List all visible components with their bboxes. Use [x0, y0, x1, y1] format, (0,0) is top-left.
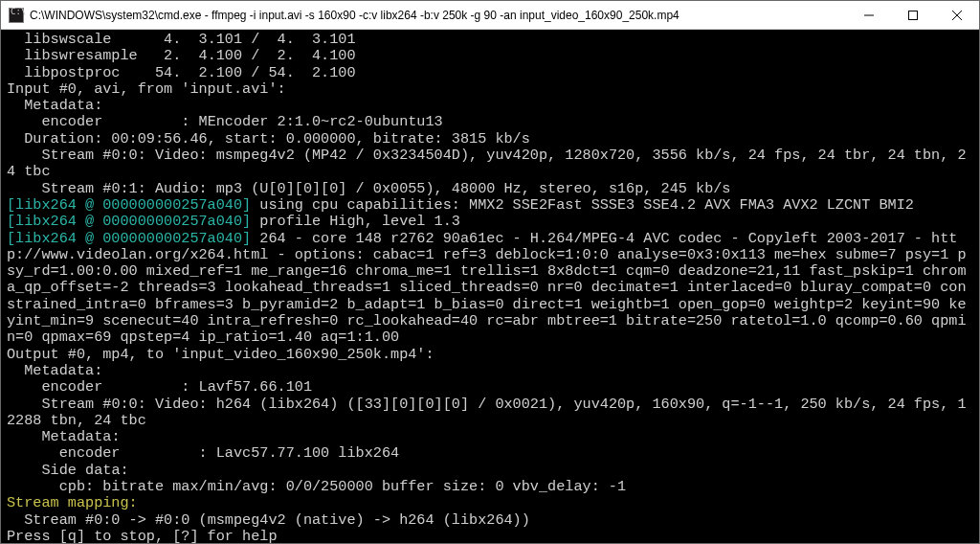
libx264-tag: [libx264 @ 000000000257a040]: [7, 230, 259, 247]
cmd-icon: C:\: [9, 8, 24, 23]
out-line: using cpu capabilities: MMX2 SSE2Fast SS…: [259, 196, 914, 214]
out-line: libswresample 2. 4.100 / 2. 4.100: [7, 47, 356, 64]
out-line: 264 - core 148 r2762 90a61ec - H.264/MPE…: [7, 230, 967, 347]
out-line: Metadata:: [7, 97, 102, 114]
out-line: Stream #0:0 -> #0:0 (msmpeg4v2 (native) …: [7, 511, 530, 529]
out-line: libswscale 4. 3.101 / 4. 3.101: [7, 31, 356, 48]
out-line: Stream mapping:: [7, 494, 138, 511]
out-line: profile High, level 1.3: [259, 213, 460, 230]
out-line: encoder : Lavf57.66.101: [7, 378, 312, 396]
out-line: encoder : MEncoder 2:1.0~rc2-0ubuntu13: [7, 113, 443, 130]
out-line: libpostproc 54. 2.100 / 54. 2.100: [7, 64, 356, 81]
out-line: encoder : Lavc57.77.100 libx264: [7, 444, 399, 462]
out-line: Metadata:: [7, 362, 102, 379]
out-line: Output #0, mp4, to 'input_video_160x90_2…: [7, 346, 434, 363]
libx264-tag: [libx264 @ 000000000257a040]: [7, 213, 259, 230]
maximize-button[interactable]: [891, 1, 935, 29]
out-line: Press [q] to stop, [?] for help: [7, 528, 278, 543]
out-line: Stream #0:1: Audio: mp3 (U[0][0][0] / 0x…: [7, 180, 730, 197]
out-line: Side data:: [7, 462, 129, 479]
titlebar[interactable]: C:\ C:\WINDOWS\system32\cmd.exe - ffmpeg…: [1, 1, 979, 30]
out-line: Input #0, avi, from 'input.avi':: [7, 80, 286, 98]
out-line: Stream #0:0: Video: h264 (libx264) ([33]…: [7, 396, 967, 429]
window-title: C:\WINDOWS\system32\cmd.exe - ffmpeg -i …: [30, 9, 847, 22]
out-line: cpb: bitrate max/min/avg: 0/0/250000 buf…: [7, 478, 626, 495]
out-line: Duration: 00:09:56.46, start: 0.000000, …: [7, 130, 530, 147]
minimize-button[interactable]: [847, 1, 891, 29]
close-button[interactable]: [935, 1, 979, 29]
svg-rect-1: [909, 11, 918, 19]
cmd-window: C:\ C:\WINDOWS\system32\cmd.exe - ffmpeg…: [0, 0, 980, 544]
terminal-area[interactable]: libswscale 4. 3.101 / 4. 3.101 libswresa…: [1, 30, 979, 543]
out-line: Stream #0:0: Video: msmpeg4v2 (MP42 / 0x…: [7, 147, 967, 180]
out-line: Metadata:: [7, 428, 121, 445]
terminal-output: libswscale 4. 3.101 / 4. 3.101 libswresa…: [7, 32, 973, 543]
libx264-tag: [libx264 @ 000000000257a040]: [7, 196, 259, 214]
